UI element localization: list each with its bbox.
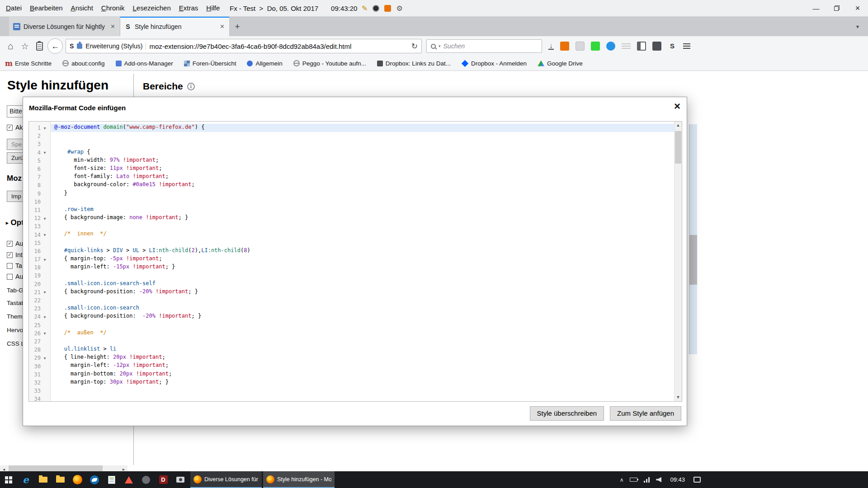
record-icon[interactable]	[373, 5, 379, 12]
editor-code[interactable]: @-moz-document domain("www.camp-firefox.…	[51, 122, 674, 401]
stylus-toolbar-icon[interactable]: S	[668, 42, 677, 51]
option-checkbox-2[interactable]: ✓Int	[7, 251, 23, 258]
fold-arrow-icon[interactable]: ▾	[41, 257, 49, 262]
bookmark-dropbox-anmelden[interactable]: Dropbox - Anmelden	[462, 60, 527, 67]
taskbar-folder-icon[interactable]	[52, 471, 69, 488]
network-icon[interactable]	[644, 477, 650, 483]
checkbox-unchecked[interactable]	[7, 274, 13, 280]
bookmark-erste-schritte[interactable]: mErste Schritte	[5, 60, 52, 67]
restore-button[interactable]	[826, 0, 847, 16]
code-line[interactable]: margin-top: 30px !important; }	[51, 379, 674, 387]
bookmark-allgemein[interactable]: Allgemein	[247, 60, 282, 67]
fold-arrow-icon[interactable]: ▾	[41, 290, 49, 295]
pencil-icon[interactable]: ✎	[362, 4, 368, 13]
menu-datei[interactable]: Datei	[2, 0, 26, 16]
reload-icon[interactable]: ↻	[411, 42, 418, 51]
extension-icon-dark[interactable]	[652, 42, 661, 51]
code-line[interactable]: { background-position: -20% !important; …	[51, 313, 674, 321]
code-line[interactable]	[51, 272, 674, 280]
option-row-css-linter[interactable]: CSS L	[7, 340, 23, 347]
code-line[interactable]: /* außen */	[51, 329, 674, 338]
tab-diverse-loesungen[interactable]: Diverse Lösungen für Nightly g ×	[9, 17, 120, 36]
code-line[interactable]: { background-position: -20% !important; …	[51, 288, 674, 296]
tab-style-hinzufuegen[interactable]: S Style hinzufügen ×	[120, 17, 230, 36]
code-line[interactable]	[51, 395, 674, 401]
bookmark-addons-manager[interactable]: Add-ons-Manager	[116, 60, 173, 67]
menu-ansicht[interactable]: Ansicht	[67, 0, 97, 16]
sidebar-toggle-icon[interactable]	[637, 42, 646, 51]
checkbox-checked[interactable]: ✓	[7, 252, 13, 258]
code-line[interactable]	[51, 198, 674, 206]
code-line[interactable]: margin-left: -15px !important; }	[51, 263, 674, 272]
menu-hilfe[interactable]: Hilfe	[202, 0, 224, 16]
code-line[interactable]: min-width: 97% !important;	[51, 157, 674, 165]
extension-icon-orange[interactable]	[560, 42, 569, 51]
background-scrollbar-thumb[interactable]	[689, 235, 697, 285]
code-line[interactable]	[51, 321, 674, 329]
menu-chronik[interactable]: Chronik	[97, 0, 129, 16]
code-line[interactable]: .small-icon.icon-search-self	[51, 280, 674, 288]
taskbar-window-style[interactable]: Style hinzufügen - Mo...	[263, 471, 335, 488]
code-line[interactable]: #wrap {	[51, 149, 674, 157]
menu-bearbeiten[interactable]: Bearbeiten	[26, 0, 67, 16]
code-line[interactable]	[51, 222, 674, 230]
code-line[interactable]: }	[51, 190, 674, 198]
new-tab-button[interactable]: +	[230, 17, 245, 36]
taskbar-notepad-icon[interactable]	[103, 471, 120, 488]
search-field[interactable]: ▾	[426, 39, 542, 53]
option-row-theme[interactable]: Theme	[7, 313, 23, 320]
option-row-tab[interactable]: Tab-Gr	[7, 287, 23, 294]
option-checkbox-3[interactable]: Ta	[7, 262, 22, 269]
tab-close-icon[interactable]: ×	[219, 23, 225, 31]
volume-icon[interactable]	[656, 477, 661, 483]
code-line[interactable]: font-family: Lato !important;	[51, 173, 674, 181]
search-engine-chevron-icon[interactable]: ▾	[439, 44, 441, 48]
code-line[interactable]: ul.linklist > li	[51, 346, 674, 354]
code-line[interactable]: background-color: #0a0e15 !important;	[51, 181, 674, 189]
home-icon[interactable]: ⌂	[5, 41, 16, 52]
fold-arrow-icon[interactable]: ▾	[41, 216, 49, 221]
taskbar-clock[interactable]: 09:43	[670, 476, 685, 483]
code-line[interactable]: @-moz-document domain("www.camp-firefox.…	[51, 124, 674, 132]
menu-lesezeichen[interactable]: Lesezeichen	[129, 0, 175, 16]
identity-label[interactable]: Erweiterung (Stylus)	[85, 42, 142, 50]
option-checkbox-4[interactable]: Au	[7, 273, 23, 280]
download-icon[interactable]: ↓	[548, 42, 554, 50]
append-style-button[interactable]: Zum Style anfügen	[610, 406, 681, 421]
taskbar-gimp-icon[interactable]	[137, 471, 155, 488]
url-bar[interactable]: S Erweiterung (Stylus) moz-extension://9…	[66, 39, 422, 53]
fold-arrow-icon[interactable]: ▾	[41, 150, 49, 155]
option-row-tastatur[interactable]: Tastat	[7, 300, 23, 306]
gear-icon[interactable]: ⚙	[396, 4, 402, 13]
taskbar-camera-icon[interactable]	[172, 471, 189, 488]
fold-arrow-icon[interactable]: ▾	[41, 331, 49, 336]
editor-scrollbar-thumb[interactable]	[675, 131, 681, 164]
bookmark-dropbox-links[interactable]: Dropbox: Links zu Dat...	[377, 60, 451, 67]
start-button[interactable]	[0, 471, 17, 488]
battery-icon[interactable]	[630, 478, 637, 482]
code-line[interactable]	[51, 296, 674, 305]
enabled-checkbox[interactable]: ✓Ak	[7, 124, 23, 131]
info-icon[interactable]: i	[187, 83, 195, 90]
back-button[interactable]: ←	[47, 38, 63, 54]
code-line[interactable]: #quick-links > DIV > UL > LI:nth-child(2…	[51, 247, 674, 255]
menu-extras[interactable]: Extras	[175, 0, 203, 16]
style-name-input[interactable]: Bitte	[7, 105, 23, 117]
editor-scrollbar[interactable]: ▲ ▼	[674, 122, 682, 401]
taskbar-firefox-icon[interactable]	[69, 471, 86, 488]
code-line[interactable]: /* innen */	[51, 230, 674, 239]
fold-arrow-icon[interactable]: ▾	[41, 232, 49, 237]
code-line[interactable]	[51, 387, 674, 395]
tab-close-icon[interactable]: ×	[110, 23, 116, 31]
taskbar-edge-icon[interactable]: e	[17, 471, 34, 488]
taskbar-d-tool-icon[interactable]: D	[155, 471, 172, 488]
url-text[interactable]: moz-extension://9e7b40ec-3fa6-4ca6-b90f-…	[149, 42, 408, 50]
code-line[interactable]	[51, 239, 674, 247]
save-button[interactable]: Spe	[7, 139, 23, 150]
overwrite-style-button[interactable]: Style überschreiben	[530, 406, 604, 421]
app-badge-icon[interactable]	[384, 5, 391, 12]
back-to-manage-button[interactable]: Zurü	[7, 152, 23, 164]
code-line[interactable]: font-size: 11px !important;	[51, 165, 674, 173]
code-line[interactable]	[51, 140, 674, 148]
fold-arrow-icon[interactable]: ▾	[41, 356, 49, 361]
